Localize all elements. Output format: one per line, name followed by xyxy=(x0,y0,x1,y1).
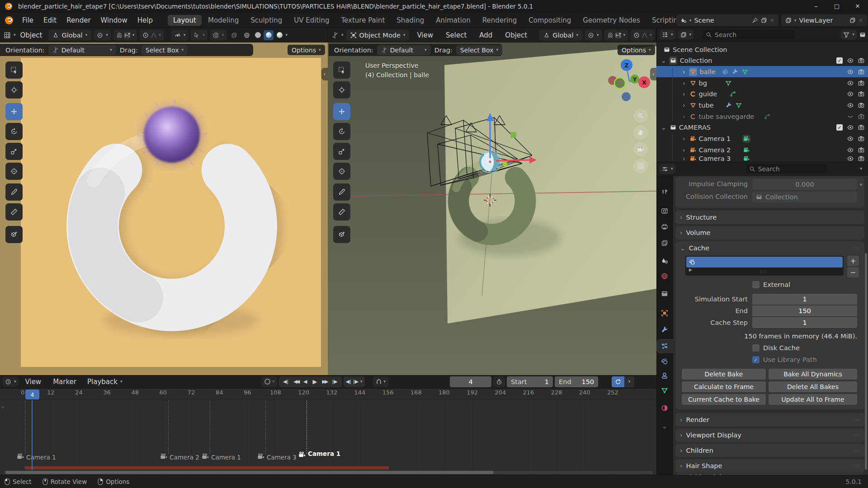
new-collection-button[interactable] xyxy=(859,32,866,38)
camera-visibility-icon[interactable] xyxy=(858,80,864,86)
camera-visibility-icon[interactable] xyxy=(858,124,864,131)
tab-particles-active[interactable] xyxy=(658,339,671,353)
tool-scale[interactable] xyxy=(333,143,350,160)
ortho-toggle-button[interactable] xyxy=(633,159,648,173)
editor-type-icon[interactable] xyxy=(331,32,339,39)
editor-type-icon[interactable] xyxy=(4,32,11,39)
current-frame-badge[interactable]: 4 xyxy=(25,389,39,399)
workspace-tab-animation[interactable]: Animation xyxy=(430,15,476,26)
workspace-tab-shading[interactable]: Shading xyxy=(391,15,429,26)
cache-list-expand[interactable]: ▶ xyxy=(689,267,692,272)
tab-physics[interactable] xyxy=(658,355,671,368)
outliner-scope-dropdown[interactable]: ▾ xyxy=(678,30,694,40)
use-library-path-checkbox[interactable]: ✓ xyxy=(752,356,760,363)
outliner-row-balle[interactable]: › balle xyxy=(656,66,868,77)
calculate-to-frame-button[interactable]: Calculate to Frame xyxy=(682,381,766,392)
navigation-gizmo[interactable]: Z Y X xyxy=(601,51,656,105)
volume-panel[interactable]: ›Volume xyxy=(675,226,864,239)
camera-disabled-icon[interactable] xyxy=(858,113,864,120)
eye-icon[interactable] xyxy=(847,102,854,108)
blender-menu-icon[interactable] xyxy=(5,16,14,25)
tool-select-box[interactable] xyxy=(333,61,350,79)
jump-to-end-button[interactable]: |▶ xyxy=(330,379,340,385)
delete-bake-button[interactable]: Delete Bake xyxy=(682,369,766,380)
auto-keying-controls[interactable]: ▾ xyxy=(262,376,277,387)
eye-icon[interactable] xyxy=(847,124,854,131)
menu-item[interactable]: Window xyxy=(96,16,132,24)
tool-measure[interactable] xyxy=(5,203,23,221)
workspace-tab-texturepaint[interactable]: Texture Paint xyxy=(335,15,390,26)
simulation-start-field[interactable]: 1 xyxy=(752,294,857,305)
outliner-filter[interactable]: ▾ xyxy=(841,30,857,40)
current-frame-field[interactable]: 4 xyxy=(450,376,491,387)
delete-all-bakes-button[interactable]: Delete All Bakes xyxy=(769,381,857,392)
tool-rotate[interactable] xyxy=(5,123,23,140)
children-panel[interactable]: ›Children∷∷ xyxy=(675,444,864,457)
tool-orientation-dropdown[interactable]: Default▾ xyxy=(377,45,431,55)
menu-item[interactable]: Edit xyxy=(38,16,61,24)
new-viewlayer-icon[interactable] xyxy=(849,17,856,23)
visibility-dropdown[interactable]: ▾ xyxy=(172,30,189,41)
frame-start-field[interactable]: Start1 xyxy=(507,376,553,387)
tool-select-box[interactable] xyxy=(5,61,23,79)
timeline-editor-type[interactable]: ▾ xyxy=(3,377,19,387)
render-panel[interactable]: ›Render∷∷ xyxy=(675,413,864,427)
tool-scale[interactable] xyxy=(5,143,23,160)
camera-visibility-icon[interactable] xyxy=(858,69,864,75)
cache-add-button[interactable]: + xyxy=(847,256,859,266)
pivot-dropdown[interactable]: ▾ xyxy=(94,30,111,41)
keying-sync-button[interactable] xyxy=(612,376,624,387)
workspace-tab-modeling[interactable]: Modeling xyxy=(203,15,244,26)
playhead[interactable] xyxy=(32,400,33,470)
tabs-scroll-more[interactable]: ⌄ xyxy=(658,419,671,433)
tab-modifiers[interactable] xyxy=(658,323,671,337)
tool-measure[interactable] xyxy=(333,203,350,221)
camera-visibility-icon[interactable] xyxy=(858,102,864,108)
timeline-scrollbar[interactable] xyxy=(4,471,653,474)
outliner-display-mode[interactable]: ▾ xyxy=(660,30,675,40)
tool-orientation-dropdown[interactable]: Default▾ xyxy=(48,45,116,55)
timeline-channel-expand[interactable]: › xyxy=(2,404,4,410)
gizmo-dropdown[interactable]: ▾ xyxy=(191,30,208,41)
impulse-clamping-field[interactable]: 0.000 xyxy=(752,179,857,190)
workspace-tab-compositing[interactable]: Compositing xyxy=(523,15,576,26)
scene-selector[interactable]: ▾ Scene ✕ xyxy=(676,14,778,26)
menu-object[interactable]: Object xyxy=(500,31,532,39)
camera-visibility-icon[interactable] xyxy=(858,91,864,97)
tab-object[interactable] xyxy=(658,306,671,320)
structure-panel[interactable]: ›Structure xyxy=(675,211,864,224)
next-frame-button[interactable]: |▶ xyxy=(353,379,359,385)
eye-icon[interactable] xyxy=(847,147,854,153)
tab-constraints[interactable] xyxy=(658,369,671,383)
shading-material-button[interactable] xyxy=(264,30,274,40)
proportional-edit-controls[interactable]: ▾ xyxy=(140,30,164,41)
pin-icon[interactable] xyxy=(752,17,758,23)
tab-tool[interactable] xyxy=(658,184,671,198)
external-checkbox[interactable] xyxy=(752,281,760,288)
outliner-row-bg[interactable]: › bg xyxy=(656,77,868,89)
tool-move[interactable] xyxy=(333,103,350,120)
shading-solid-button[interactable] xyxy=(253,30,263,40)
outliner-row-scene-collection[interactable]: Scene Collection xyxy=(656,44,868,55)
properties-editor-type[interactable]: ▾ xyxy=(660,164,675,174)
end-field[interactable]: 150 xyxy=(752,305,857,316)
menu-item[interactable]: Render xyxy=(61,16,95,24)
eye-icon[interactable] xyxy=(847,80,854,86)
collection-checkbox[interactable]: ✓ xyxy=(836,57,843,64)
menu-item[interactable]: Help xyxy=(132,16,158,24)
tab-object-data[interactable] xyxy=(658,384,671,397)
menu-view[interactable]: View xyxy=(412,31,438,39)
bake-all-dynamics-button[interactable]: Bake All Dynamics xyxy=(769,369,857,380)
minimize-button[interactable]: – xyxy=(806,0,826,13)
sidebar-collapse-right[interactable]: ‹ xyxy=(650,68,656,80)
menu-select[interactable]: Select xyxy=(441,31,472,39)
overlays-dropdown[interactable]: ▾ xyxy=(210,30,227,41)
properties-options-dropdown[interactable]: ▾ xyxy=(860,167,862,171)
xray-icon[interactable] xyxy=(231,32,237,38)
timeline-playback-dropdown[interactable]: Playback▾ xyxy=(83,377,126,387)
proportional-edit-controls[interactable]: ▾ xyxy=(631,30,655,41)
current-cache-to-bake-button[interactable]: Current Cache to Bake xyxy=(682,394,766,405)
update-all-to-frame-button[interactable]: Update All to Frame xyxy=(769,394,857,405)
jump-to-start-button[interactable]: ◀| xyxy=(281,379,291,385)
outliner-row-collection[interactable]: ⌄ Collection ✓ xyxy=(656,55,868,66)
